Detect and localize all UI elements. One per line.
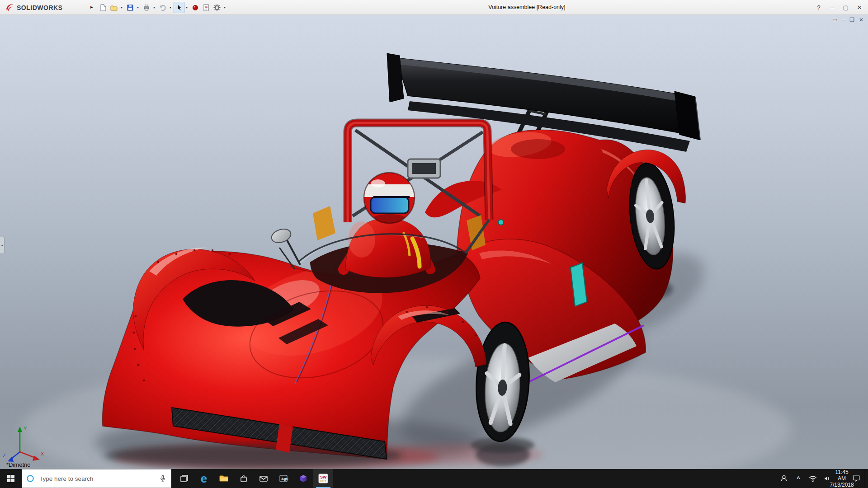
taskbar-clock[interactable]: 11:45 AM 7/13/2018: [836, 469, 848, 488]
new-document-icon: [99, 4, 107, 12]
show-desktop-button[interactable]: [865, 469, 867, 488]
new-document-button[interactable]: [98, 2, 108, 13]
chevron-up-icon: ^: [797, 475, 800, 482]
svg-text:2017: 2017: [320, 480, 326, 483]
model-render[interactable]: Y X Z: [0, 15, 868, 469]
edge-icon: e: [201, 473, 207, 484]
driver-helmet[interactable]: [363, 173, 416, 227]
solidworks-logo: SOLIDWORKS: [5, 0, 62, 15]
solidworks-app-icon: SW 2017: [318, 473, 329, 484]
open-folder-icon: [110, 4, 118, 12]
save-button[interactable]: [125, 2, 136, 13]
solidworks-window: SOLIDWORKS ▸ ▾: [0, 0, 868, 488]
window-controls: ? – ▢ ✕: [812, 0, 866, 15]
select-caret[interactable]: ▾: [184, 5, 189, 9]
help-button[interactable]: ?: [812, 4, 826, 11]
doc-minimize-button[interactable]: –: [842, 17, 845, 23]
cube-app-icon: [298, 473, 309, 484]
store-icon: [238, 473, 249, 484]
feature-manager-collapsed-tab[interactable]: ◂: [0, 237, 5, 254]
triad-x-label: X: [41, 451, 44, 456]
solidworks-logo-icon: [5, 3, 14, 13]
driver[interactable]: [344, 173, 431, 277]
options-button[interactable]: [212, 2, 222, 13]
options-caret[interactable]: ▾: [222, 5, 227, 9]
taskbar-app-file-explorer[interactable]: [214, 469, 234, 488]
open-caret[interactable]: ▾: [119, 5, 124, 9]
wifi-icon: [808, 474, 817, 483]
system-tray: ^ 11:45 AM 7/13/2018: [778, 469, 868, 488]
start-button[interactable]: [0, 469, 22, 488]
document-properties-icon: [202, 4, 210, 12]
taskbar-app-edge[interactable]: e: [194, 469, 214, 488]
action-center-icon: [852, 474, 861, 483]
taskbar-search[interactable]: [22, 469, 171, 488]
center-mirror[interactable]: [408, 159, 440, 178]
taskbar-app-mail[interactable]: [254, 469, 274, 488]
microphone-icon[interactable]: [158, 474, 167, 483]
triad-y-label: Y: [24, 426, 27, 431]
doc-restore-button[interactable]: ❐: [849, 17, 854, 23]
clock-time: 11:45 AM: [835, 469, 848, 482]
undo-button[interactable]: [157, 2, 168, 13]
red-dot-icon: [191, 4, 199, 12]
file-explorer-icon: [218, 473, 229, 484]
taskbar-app-terminal[interactable]: &gt;_: [274, 469, 293, 488]
cortana-icon: [26, 474, 35, 483]
taskbar-app-solidworks[interactable]: SW 2017: [313, 469, 333, 488]
search-input[interactable]: [38, 475, 155, 483]
svg-text:&gt;_: &gt;_: [281, 477, 289, 481]
graphics-area[interactable]: ▭ – ❐ ✕ ◂: [0, 15, 868, 469]
document-properties-button[interactable]: [201, 2, 212, 13]
tray-hidden-icons-button[interactable]: ^: [793, 469, 804, 488]
taskbar-app-store[interactable]: [234, 469, 254, 488]
terminal-icon: &gt;_: [278, 473, 289, 484]
select-button[interactable]: [174, 2, 184, 13]
select-cursor-icon: [175, 4, 183, 12]
menu-flyout-arrow[interactable]: ▸: [90, 4, 93, 10]
taskbar-app-cube[interactable]: [293, 469, 313, 488]
windows-taskbar: e &gt;_: [0, 469, 868, 488]
brand-text: SOLIDWORKS: [17, 4, 62, 11]
svg-text:SW: SW: [320, 475, 327, 479]
print-button[interactable]: [141, 2, 152, 13]
quick-toolbar: ▾ ▾ ▾: [98, 1, 228, 14]
view-orientation-label: *Dimetric: [6, 461, 30, 468]
maximize-button[interactable]: ▢: [839, 4, 853, 11]
tray-network-button[interactable]: [807, 469, 819, 488]
undo-caret[interactable]: ▾: [168, 5, 173, 9]
doc-close-button[interactable]: ✕: [859, 17, 863, 23]
close-button[interactable]: ✕: [853, 4, 866, 11]
title-bar: SOLIDWORKS ▸ ▾: [0, 0, 868, 15]
triad-z-label: Z: [3, 453, 6, 458]
amber-panel-left: [313, 206, 335, 240]
print-icon: [142, 4, 151, 12]
action-center-button[interactable]: [850, 469, 862, 488]
window-title: Voiture assemblee [Read-only]: [488, 0, 565, 15]
mail-icon: [258, 473, 269, 484]
user-icon: [779, 474, 788, 483]
red-dot-button[interactable]: [190, 2, 201, 13]
print-caret[interactable]: ▾: [152, 5, 156, 9]
undo-icon: [159, 4, 167, 12]
windows-logo-icon: [6, 474, 15, 483]
minimize-button[interactable]: –: [826, 4, 839, 11]
open-button[interactable]: [108, 2, 119, 13]
save-caret[interactable]: ▾: [136, 5, 140, 9]
doc-dock-button[interactable]: ▭: [832, 17, 837, 23]
task-view-button[interactable]: [174, 469, 194, 488]
options-gear-icon: [213, 4, 221, 12]
teal-detail: [498, 220, 504, 225]
task-view-icon: [179, 474, 189, 483]
save-floppy-icon: [126, 4, 134, 12]
tray-user-button[interactable]: [778, 469, 790, 488]
document-window-controls: ▭ – ❐ ✕: [832, 17, 863, 23]
